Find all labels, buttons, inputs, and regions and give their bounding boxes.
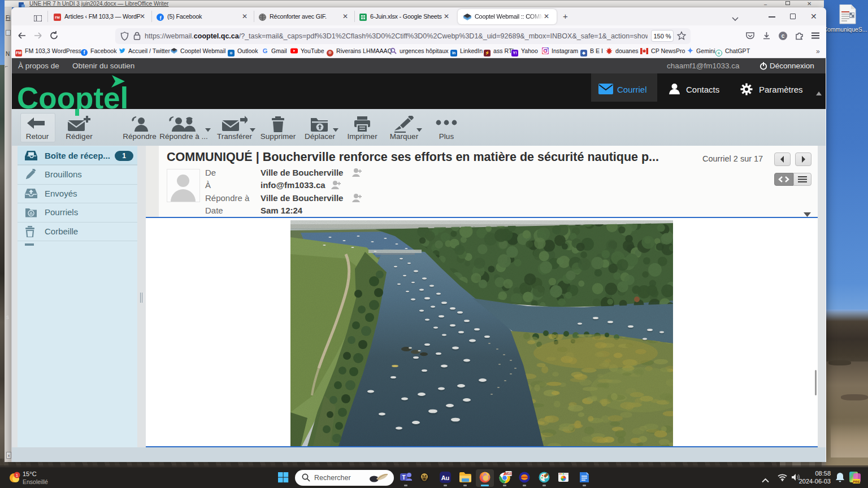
svg-text:FM: FM [55, 16, 60, 19]
svg-text:Au: Au [441, 474, 450, 481]
svg-text:c: c [782, 33, 785, 39]
svg-text:M10: M10 [505, 472, 512, 476]
svg-text:1: 1 [16, 473, 19, 478]
svg-text:PRE: PRE [853, 480, 860, 483]
svg-text:T: T [402, 474, 405, 481]
svg-text:G: G [263, 47, 268, 54]
